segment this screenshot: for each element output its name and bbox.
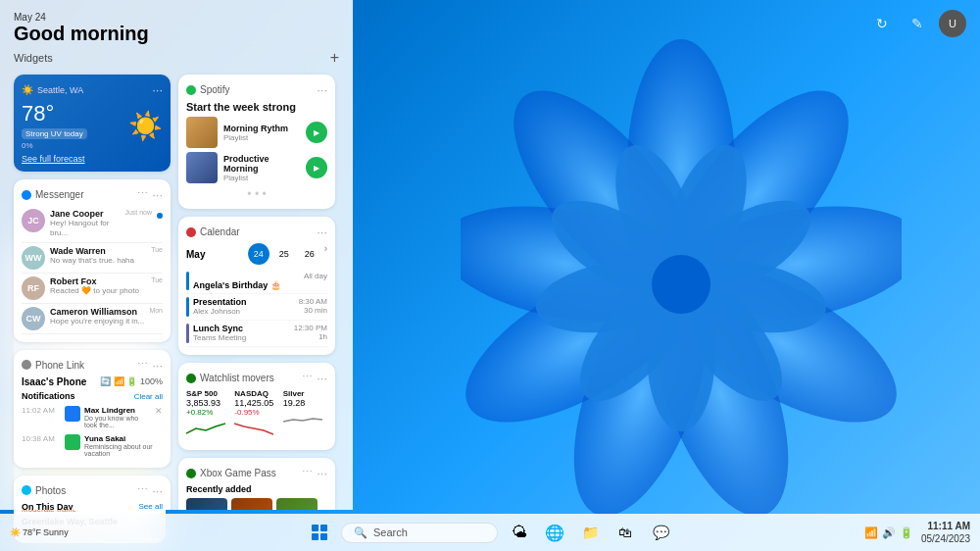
photos-icon [22,485,31,495]
msg-item-3[interactable]: RF Robert Fox Reacted 🧡 to your photo Tu… [22,274,163,304]
messenger-label: Messenger [35,189,83,200]
sparkline-sp [186,419,225,438]
refresh-button[interactable]: ↻ [868,10,896,37]
spotify-title: Start the week strong [186,101,327,113]
panel-date: May 24 [14,12,339,23]
messenger-more[interactable]: ··· [152,187,163,202]
phone-icon [22,360,31,370]
phone-more[interactable]: ··· [152,358,163,373]
spotify-widget: Spotify ··· Start the week strong Mornin… [178,75,335,209]
add-widget-button[interactable]: + [330,49,339,67]
clock-time: 11:11 AM [921,520,970,532]
calendar-label: Calendar [200,226,240,237]
spotify-dots: • • • [186,187,327,201]
msg-avatar-1: JC [22,209,45,232]
game-minecraft[interactable]: MINECRAFT [276,498,318,510]
msg-unread-1 [157,213,163,219]
calendar-chevron[interactable]: › [324,243,327,265]
notif-content-2: Yuna Sakai Reminiscing about our vacatio… [84,434,163,457]
msg-item-4[interactable]: CW Cameron Williamson Hope you're enjoyi… [22,304,163,334]
msg-avatar-3: RF [22,276,45,300]
widget-grid: ☀️ Seattle, WA ··· 78° Strong UV today 0… [14,75,339,510]
cal-event-bar-3 [186,324,189,343]
xbox-icon [186,469,196,478]
weather-more[interactable]: ··· [152,82,163,97]
cal-day-26[interactable]: 26 [299,243,320,265]
taskbar-edge-icon[interactable]: 🌐 [541,519,568,546]
notif-content-1: Max Lindgren Do you know who took the... [84,406,151,428]
messenger-options[interactable]: ⋯ [137,187,148,202]
xbox-options[interactable]: ⋯ [302,466,313,480]
play-button-2[interactable]: ▶ [306,157,327,178]
win-cell-tl [312,525,318,531]
cal-event-time-3: 12:30 PM1h [294,324,327,341]
stock-change-nq: -0.95% [234,408,278,417]
msg-item-2[interactable]: WW Wade Warren No way that's true. haha … [22,243,163,274]
cal-event-allday: All day [193,272,327,280]
calendar-more[interactable]: ··· [317,225,327,239]
photos-see-all[interactable]: See all [139,502,163,510]
notif-close-1[interactable]: ✕ [155,406,163,416]
photos-header: Photos ⋯ ··· [22,483,163,498]
phone-title-row: Phone Link [22,360,84,371]
notif-text-2: Reminiscing about our vacation [84,443,163,457]
stock-sp500: S&P 500 3,853.93 +0.82% [186,389,230,442]
photos-more[interactable]: ··· [152,483,163,498]
spotify-label: Spotify [200,84,230,95]
widgets-label: Widgets [14,52,53,64]
track-item-1[interactable]: Morning Rythm Playlist ▶ [186,117,327,148]
taskbar-store-icon[interactable]: 🛍 [612,519,639,546]
messenger-list: JC Jane Cooper Hey! Hangout for bru... J… [22,206,163,334]
watchlist-options[interactable]: ⋯ [302,371,313,385]
taskbar-right: 📶 🔊 🔋 11:11 AM 05/24/2023 [864,520,970,545]
cal-event-title-3: Lunch Sync [193,324,290,333]
notif-app-icon-2 [65,434,80,450]
cal-day-24[interactable]: 24 [248,243,270,265]
phone-options[interactable]: ⋯ [137,358,148,373]
edit-button[interactable]: ✎ [904,10,931,37]
sparkline-silver [283,410,322,429]
taskbar-weather-cond: Sunny [43,527,69,537]
photos-options[interactable]: ⋯ [137,483,148,498]
taskbar-widgets-icon[interactable]: 🌤 [506,519,533,546]
taskbar-search[interactable]: 🔍 Search [341,523,498,543]
spotify-more[interactable]: ··· [317,82,327,97]
track-thumb-1 [186,117,218,148]
phone-header: Phone Link ⋯ ··· [22,358,163,373]
msg-content-1: Jane Cooper Hey! Hangout for bru... [50,209,120,239]
clock-area[interactable]: 11:11 AM 05/24/2023 [921,520,970,545]
msg-preview-1: Hey! Hangout for bru... [50,219,120,239]
notif-clear-button[interactable]: Clear all [134,392,163,401]
start-button[interactable] [306,519,333,546]
weather-forecast-link[interactable]: See full forecast [22,154,163,164]
msg-preview-3: Reacted 🧡 to your photo [50,286,146,296]
cal-event-lunch: Lunch Sync Teams Meeting 12:30 PM1h [186,321,327,347]
cal-day-25[interactable]: 25 [273,243,295,265]
taskbar-left: ☀️ 78°F Sunny [10,527,69,537]
photos-label: Photos [35,485,66,496]
battery-icon: 🔋 [900,526,913,539]
play-button-1[interactable]: ▶ [306,122,327,143]
photos-event-label: On This Day [22,502,74,510]
taskbar-teams-icon[interactable]: 💬 [647,519,674,546]
taskbar-weather[interactable]: ☀️ 78°F Sunny [10,527,69,537]
msg-time-4: Mon [149,307,163,314]
msg-item-1[interactable]: JC Jane Cooper Hey! Hangout for bru... J… [22,206,163,243]
phone-link-widget: Phone Link ⋯ ··· Isaac's Phone 🔄 📶 🔋 100… [14,350,171,468]
xbox-recently-added: Recently added [186,484,327,494]
user-avatar[interactable]: U [939,10,966,37]
stock-row: S&P 500 3,853.93 +0.82% NASDAQ 11,425.05… [186,389,327,442]
watchlist-more[interactable]: ··· [317,371,327,385]
xbox-more[interactable]: ··· [317,466,327,480]
windows-logo [312,525,327,540]
watchlist-header: Watchlist movers ⋯ ··· [186,371,327,385]
game-halo[interactable]: HALOINFINITE [186,498,227,510]
track-item-2[interactable]: Productive Morning Playlist ▶ [186,152,327,183]
taskbar-explorer-icon[interactable]: 📁 [576,519,604,546]
bloom-decoration [461,10,902,520]
notif-time-1: 11:02 AM [22,406,61,415]
weather-uv: Strong UV today [22,128,87,139]
weather-temp: 78° [22,101,87,126]
stock-price-nq: 11,425.05 [234,398,278,408]
game-forza[interactable]: FORZA [231,498,272,510]
